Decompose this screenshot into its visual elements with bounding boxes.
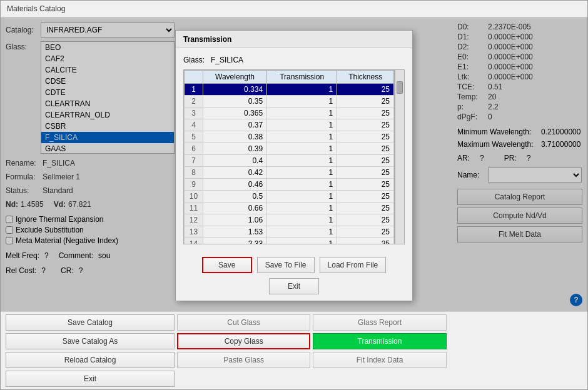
row-transmission: 1 <box>267 238 337 245</box>
row-wavelength: 1.06 <box>203 214 267 226</box>
row-wavelength: 0.4 <box>203 155 267 167</box>
transmission-tbody: 1 0.334 1 25 2 0.35 1 25 3 0.365 1 25 4 … <box>185 84 394 245</box>
row-wavelength: 0.42 <box>203 167 267 179</box>
bottom-col3: Glass Report Transmission Fit Index Data <box>313 314 446 387</box>
row-thickness: 25 <box>337 214 394 226</box>
col-num <box>185 71 203 84</box>
table-container[interactable]: Wavelength Transmission Thickness 1 0.33… <box>183 69 395 244</box>
row-wavelength: 0.334 <box>203 84 267 96</box>
reload-catalog-button[interactable]: Reload Catalog <box>6 352 175 368</box>
row-transmission: 1 <box>267 84 337 96</box>
row-wavelength: 0.5 <box>203 191 267 202</box>
row-thickness: 25 <box>337 238 394 245</box>
bottom-col4 <box>449 314 582 387</box>
table-row[interactable]: 3 0.365 1 25 <box>185 108 394 119</box>
table-row[interactable]: 1 0.334 1 25 <box>185 84 394 96</box>
row-transmission: 1 <box>267 131 337 143</box>
row-transmission: 1 <box>267 179 337 191</box>
scrollbar[interactable] <box>395 69 405 244</box>
save-catalog-as-button[interactable]: Save Catalog As <box>6 333 175 349</box>
modal-exit-row: Exit <box>176 278 412 301</box>
row-thickness: 25 <box>337 191 394 202</box>
row-transmission: 1 <box>267 143 337 155</box>
row-num: 11 <box>185 202 203 214</box>
fit-index-data-button[interactable]: Fit Index Data <box>313 352 446 368</box>
row-num: 6 <box>185 143 203 155</box>
row-wavelength: 0.46 <box>203 179 267 191</box>
modal-title-bar: Transmission <box>176 31 412 48</box>
table-row[interactable]: 10 0.5 1 25 <box>185 191 394 202</box>
row-num: 4 <box>185 119 203 131</box>
row-num: 10 <box>185 191 203 202</box>
row-transmission: 1 <box>267 108 337 119</box>
row-thickness: 25 <box>337 226 394 238</box>
table-row[interactable]: 6 0.39 1 25 <box>185 143 394 155</box>
row-thickness: 25 <box>337 143 394 155</box>
row-transmission: 1 <box>267 167 337 179</box>
bottom-col2: Cut Glass Copy Glass Paste Glass <box>177 314 310 387</box>
row-thickness: 25 <box>337 96 394 108</box>
row-transmission: 1 <box>267 96 337 108</box>
modal-content: Glass: F_SILICA Wavelength <box>176 48 412 252</box>
row-wavelength: 0.365 <box>203 108 267 119</box>
table-row[interactable]: 11 0.66 1 25 <box>185 202 394 214</box>
bottom-col1: Save Catalog Save Catalog As Reload Cata… <box>6 314 175 387</box>
row-num: 8 <box>185 167 203 179</box>
table-row[interactable]: 8 0.42 1 25 <box>185 167 394 179</box>
row-transmission: 1 <box>267 155 337 167</box>
row-wavelength: 1.53 <box>203 226 267 238</box>
transmission-table: Wavelength Transmission Thickness 1 0.33… <box>184 70 394 244</box>
table-row[interactable]: 12 1.06 1 25 <box>185 214 394 226</box>
table-header-row: Wavelength Transmission Thickness <box>185 71 394 84</box>
row-num: 5 <box>185 131 203 143</box>
col-thickness: Thickness <box>337 71 394 84</box>
modal-glass-value: F_SILICA <box>211 56 243 64</box>
col-transmission: Transmission <box>267 71 337 84</box>
modal-load-from-file-button[interactable]: Load From File <box>320 257 387 273</box>
modal-glass-row: Glass: F_SILICA <box>183 56 405 64</box>
table-row[interactable]: 9 0.46 1 25 <box>185 179 394 191</box>
save-catalog-button[interactable]: Save Catalog <box>6 314 175 331</box>
paste-glass-button[interactable]: Paste Glass <box>177 352 310 368</box>
col-wavelength: Wavelength <box>203 71 267 84</box>
table-row[interactable]: 14 2.33 1 25 <box>185 238 394 245</box>
row-wavelength: 2.33 <box>203 238 267 245</box>
row-num: 2 <box>185 96 203 108</box>
row-num: 1 <box>185 84 203 96</box>
row-thickness: 25 <box>337 84 394 96</box>
bottom-bar: Save Catalog Save Catalog As Reload Cata… <box>1 311 587 389</box>
window-title: Materials Catalog <box>7 4 65 13</box>
row-wavelength: 0.66 <box>203 202 267 214</box>
table-row[interactable]: 13 1.53 1 25 <box>185 226 394 238</box>
row-thickness: 25 <box>337 202 394 214</box>
table-row[interactable]: 7 0.4 1 25 <box>185 155 394 167</box>
row-num: 14 <box>185 238 203 245</box>
row-thickness: 25 <box>337 167 394 179</box>
glass-report-button[interactable]: Glass Report <box>313 314 446 331</box>
row-thickness: 25 <box>337 119 394 131</box>
row-thickness: 25 <box>337 155 394 167</box>
row-num: 3 <box>185 108 203 119</box>
title-bar: Materials Catalog <box>1 1 587 18</box>
scroll-thumb <box>397 81 403 94</box>
row-thickness: 25 <box>337 131 394 143</box>
table-row[interactable]: 5 0.38 1 25 <box>185 131 394 143</box>
content-area: Catalog: INFRARED.AGF Glass: BEOCAF2CALC… <box>1 18 587 311</box>
exit-button[interactable]: Exit <box>6 371 175 387</box>
table-row[interactable]: 2 0.35 1 25 <box>185 96 394 108</box>
main-window: Materials Catalog Catalog: INFRARED.AGF … <box>0 0 588 390</box>
modal-exit-button[interactable]: Exit <box>269 278 319 294</box>
modal-glass-label: Glass: <box>183 56 205 64</box>
row-wavelength: 0.39 <box>203 143 267 155</box>
modal-save-to-file-button[interactable]: Save To File <box>257 257 315 273</box>
row-transmission: 1 <box>267 191 337 202</box>
table-with-scroll: Wavelength Transmission Thickness 1 0.33… <box>183 69 405 244</box>
cut-glass-button[interactable]: Cut Glass <box>177 314 310 331</box>
transmission-button[interactable]: Transmission <box>313 333 446 349</box>
modal-buttons: Save Save To File Load From File <box>176 252 412 278</box>
row-num: 13 <box>185 226 203 238</box>
table-row[interactable]: 4 0.37 1 25 <box>185 119 394 131</box>
row-wavelength: 0.38 <box>203 131 267 143</box>
copy-glass-button[interactable]: Copy Glass <box>177 333 310 349</box>
modal-save-button[interactable]: Save <box>202 257 252 273</box>
